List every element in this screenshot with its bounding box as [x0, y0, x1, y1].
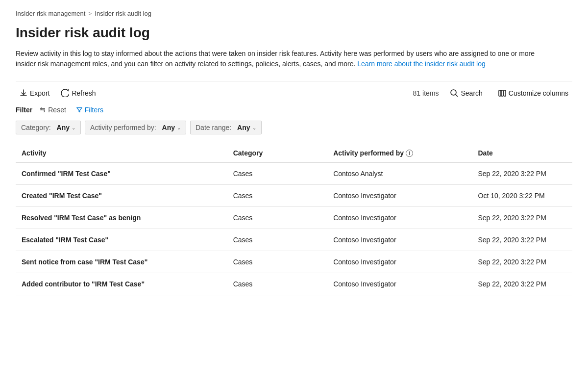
- column-header-activity: Activity: [16, 144, 227, 162]
- reset-icon: [39, 106, 46, 113]
- cell-date: Sep 22, 2020 3:22 PM: [472, 162, 573, 185]
- customize-columns-icon: [498, 89, 506, 97]
- filter-label: Filter: [16, 106, 32, 114]
- table-row[interactable]: Created "IRM Test Case"CasesContoso Inve…: [16, 185, 572, 207]
- performer-filter-value: Any: [162, 124, 175, 131]
- cell-category: Cases: [227, 162, 327, 185]
- filter-bar: Filter Reset Filters: [16, 105, 572, 115]
- breadcrumb-separator: >: [88, 10, 92, 17]
- breadcrumb: Insider risk management > Insider risk a…: [16, 10, 572, 17]
- svg-point-0: [451, 90, 456, 95]
- daterange-filter-key: Date range:: [196, 124, 231, 131]
- cell-category: Cases: [227, 185, 327, 207]
- breadcrumb-current: Insider risk audit log: [95, 10, 151, 17]
- svg-rect-1: [499, 90, 501, 96]
- cell-performer: Contoso Investigator: [327, 229, 472, 251]
- filter-dropdowns: Category: Any ⌄ Activity performed by: A…: [16, 121, 572, 134]
- reset-filter-button[interactable]: Reset: [36, 105, 69, 115]
- cell-category: Cases: [227, 207, 327, 229]
- item-count: 81 items: [413, 89, 439, 97]
- export-icon: [20, 89, 27, 97]
- toolbar-right: 81 items Search Customize columns: [413, 87, 572, 99]
- toolbar: Export Refresh 81 items Search Custom: [16, 87, 572, 99]
- daterange-chevron-icon: ⌄: [252, 125, 256, 130]
- cell-performer: Contoso Investigator: [327, 251, 472, 273]
- cell-date: Sep 22, 2020 3:22 PM: [472, 229, 573, 251]
- cell-date: Oct 10, 2020 3:22 PM: [472, 185, 573, 207]
- export-button[interactable]: Export: [16, 87, 53, 99]
- cell-category: Cases: [227, 273, 327, 295]
- table-row[interactable]: Escalated "IRM Test Case"CasesContoso In…: [16, 229, 572, 251]
- cell-activity: Escalated "IRM Test Case": [16, 229, 227, 251]
- page-description: Review activity in this log to stay info…: [16, 49, 555, 69]
- performer-chevron-icon: ⌄: [177, 125, 181, 130]
- cell-date: Sep 22, 2020 3:22 PM: [472, 251, 573, 273]
- column-header-date: Date: [472, 144, 573, 162]
- cell-performer: Contoso Investigator: [327, 207, 472, 229]
- search-icon: [450, 89, 458, 97]
- category-filter-value: Any: [57, 124, 70, 131]
- daterange-filter-value: Any: [237, 124, 250, 131]
- performer-filter-key: Activity performed by:: [90, 124, 156, 131]
- performer-filter-dropdown[interactable]: Activity performed by: Any ⌄: [85, 121, 186, 134]
- cell-category: Cases: [227, 229, 327, 251]
- cell-performer: Contoso Investigator: [327, 273, 472, 295]
- category-filter-dropdown[interactable]: Category: Any ⌄: [16, 121, 81, 134]
- cell-performer: Contoso Analyst: [327, 162, 472, 185]
- table-row[interactable]: Resolved "IRM Test Case" as benignCasesC…: [16, 207, 572, 229]
- audit-log-table: Activity Category Activity performed by …: [16, 144, 572, 295]
- table-header-row: Activity Category Activity performed by …: [16, 144, 572, 162]
- daterange-filter-dropdown[interactable]: Date range: Any ⌄: [190, 121, 262, 134]
- table-row[interactable]: Confirmed "IRM Test Case"CasesContoso An…: [16, 162, 572, 185]
- category-chevron-icon: ⌄: [72, 125, 75, 130]
- breadcrumb-parent[interactable]: Insider risk management: [16, 10, 85, 17]
- cell-activity: Added contributor to "IRM Test Case": [16, 273, 227, 295]
- cell-activity: Resolved "IRM Test Case" as benign: [16, 207, 227, 229]
- svg-rect-3: [504, 90, 506, 96]
- search-button[interactable]: Search: [446, 87, 486, 99]
- filters-button[interactable]: Filters: [73, 105, 106, 115]
- cell-activity: Confirmed "IRM Test Case": [16, 162, 227, 185]
- cell-activity: Created "IRM Test Case": [16, 185, 227, 207]
- page-title: Insider risk audit log: [16, 25, 572, 41]
- table-row[interactable]: Sent notice from case "IRM Test Case"Cas…: [16, 251, 572, 273]
- refresh-icon: [61, 89, 69, 97]
- cell-performer: Contoso Investigator: [327, 185, 472, 207]
- learn-more-link[interactable]: Learn more about the insider risk audit …: [357, 60, 485, 68]
- column-header-category: Category: [227, 144, 327, 162]
- section-divider: [16, 81, 572, 81]
- performer-info-icon: i: [406, 150, 413, 157]
- refresh-button[interactable]: Refresh: [57, 87, 99, 99]
- customize-columns-button[interactable]: Customize columns: [494, 87, 572, 99]
- toolbar-left: Export Refresh: [16, 87, 100, 99]
- cell-category: Cases: [227, 251, 327, 273]
- filter-icon: [76, 106, 83, 113]
- category-filter-key: Category:: [21, 124, 51, 131]
- column-header-performer: Activity performed by i: [327, 144, 472, 162]
- cell-activity: Sent notice from case "IRM Test Case": [16, 251, 227, 273]
- cell-date: Sep 22, 2020 3:22 PM: [472, 207, 573, 229]
- svg-rect-2: [501, 90, 503, 96]
- table-row[interactable]: Added contributor to "IRM Test Case"Case…: [16, 273, 572, 295]
- cell-date: Sep 22, 2020 3:22 PM: [472, 273, 573, 295]
